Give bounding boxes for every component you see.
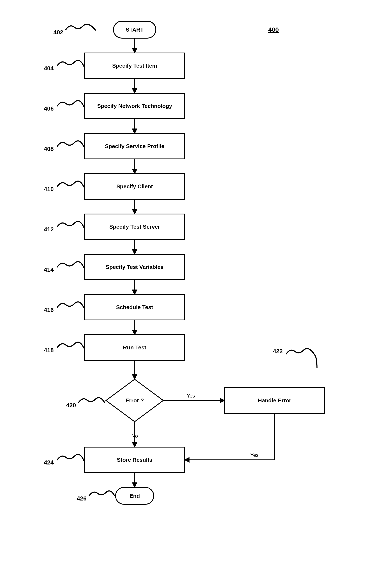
figure-id: 400: [268, 26, 279, 33]
svg-text:Run Test: Run Test: [123, 344, 146, 351]
svg-text:418: 418: [44, 347, 54, 353]
node-start-label: START: [126, 26, 144, 33]
ref-410: 410: [44, 181, 84, 193]
svg-text:420: 420: [66, 402, 76, 409]
node-424: Store Results: [85, 447, 185, 472]
ref-406: 406: [44, 101, 84, 112]
node-408: Specify Service Profile: [85, 134, 185, 159]
edge-no-label: No: [131, 433, 138, 439]
ref-408: 408: [44, 141, 84, 152]
svg-text:End: End: [129, 493, 140, 499]
svg-text:424: 424: [44, 459, 54, 466]
svg-text:426: 426: [77, 495, 87, 502]
svg-text:416: 416: [44, 307, 54, 313]
node-start: START: [113, 21, 156, 38]
edge-yes2-label: Yes: [250, 452, 259, 458]
svg-text:412: 412: [44, 226, 54, 233]
svg-text:406: 406: [44, 105, 54, 112]
ref-420: 420: [66, 398, 105, 409]
ref-426: 426: [77, 491, 115, 502]
node-410: Specify Client: [85, 174, 185, 199]
ref-402: 402: [54, 24, 95, 36]
svg-text:404: 404: [44, 65, 54, 72]
node-end: End: [116, 487, 154, 504]
svg-text:Specify Test Item: Specify Test Item: [112, 63, 157, 69]
node-416: Schedule Test: [85, 294, 185, 320]
svg-text:Specify Network Technology: Specify Network Technology: [97, 103, 172, 109]
svg-text:Specify Test Variables: Specify Test Variables: [106, 264, 164, 270]
node-418: Run Test: [85, 335, 185, 360]
edge-yes-label: Yes: [187, 393, 195, 399]
ref-424: 424: [44, 454, 84, 466]
svg-text:414: 414: [44, 266, 54, 273]
node-406: Specify Network Technology: [85, 93, 185, 119]
ref-418: 418: [44, 342, 84, 354]
svg-text:Handle Error: Handle Error: [258, 397, 291, 404]
svg-text:Specify Test Server: Specify Test Server: [109, 223, 160, 230]
svg-text:Specify Service Profile: Specify Service Profile: [105, 143, 164, 149]
node-404: Specify Test Item: [85, 53, 185, 78]
svg-text:Store Results: Store Results: [117, 457, 152, 463]
svg-text:422: 422: [273, 348, 283, 355]
svg-text:410: 410: [44, 186, 54, 192]
svg-text:402: 402: [54, 29, 63, 36]
ref-414: 414: [44, 262, 84, 273]
svg-text:Schedule Test: Schedule Test: [116, 304, 153, 310]
svg-text:408: 408: [44, 146, 54, 152]
node-422: Handle Error: [225, 388, 324, 413]
ref-404: 404: [44, 60, 84, 72]
node-decision-420: Error ?: [106, 379, 163, 422]
node-414: Specify Test Variables: [85, 254, 185, 280]
svg-text:Error ?: Error ?: [126, 397, 144, 404]
ref-416: 416: [44, 302, 84, 313]
svg-text:Specify Client: Specify Client: [116, 183, 153, 190]
flowchart: 400 START 402 Specify Test Item 404 Spec…: [0, 0, 370, 588]
ref-412: 412: [44, 221, 84, 233]
node-412: Specify Test Server: [85, 214, 185, 240]
ref-422: 422: [273, 348, 317, 368]
